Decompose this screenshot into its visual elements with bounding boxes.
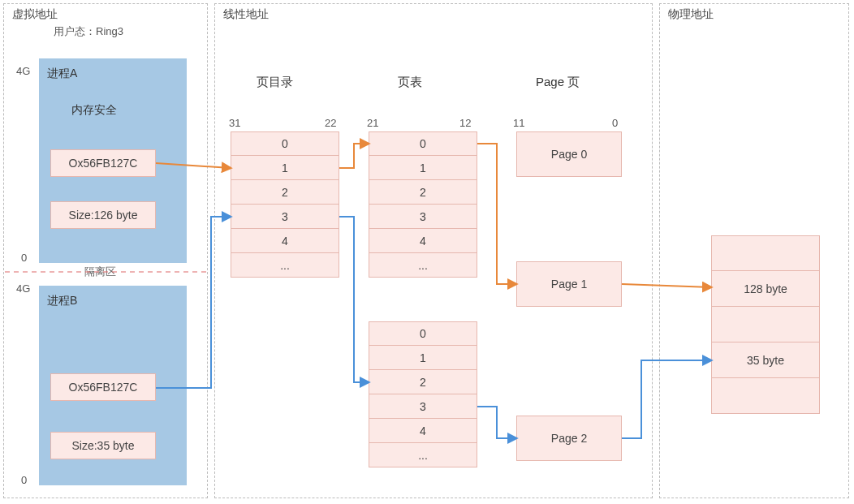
- page-dir-row: 2: [231, 180, 339, 205]
- section-linear-title: 线性地址: [223, 7, 269, 22]
- page-dir-row: 1: [231, 156, 339, 180]
- process-b-size: Size:35 byte: [50, 432, 156, 459]
- phys-row: [711, 307, 820, 342]
- table-row: 3: [369, 205, 477, 229]
- section-physical-title: 物理地址: [668, 7, 714, 22]
- page-dir-row: 3: [231, 205, 339, 229]
- phys-row: 35 byte: [711, 342, 820, 378]
- page-dir-bit-lo: 22: [325, 117, 336, 129]
- process-b-title: 进程B: [47, 294, 77, 308]
- phys-row: 128 byte: [711, 271, 820, 307]
- page-table1-stack: 0 1 2 3 4 ...: [369, 131, 477, 278]
- table-row: 0: [369, 131, 477, 156]
- table-row: 0: [369, 321, 477, 346]
- page-table2-stack: 0 1 2 3 4 ...: [369, 321, 477, 467]
- section-virtual-title: 虚拟地址: [12, 7, 58, 22]
- physical-stack: 128 byte 35 byte: [711, 235, 820, 414]
- process-b-addr: Ox56FB127C: [50, 373, 156, 401]
- page-table-title: 页表: [398, 75, 422, 90]
- page-table-bit-lo: 12: [459, 117, 471, 129]
- page-dir-row: ...: [231, 253, 339, 278]
- table-row: 4: [369, 229, 477, 253]
- procB-top-mark: 4G: [16, 282, 30, 295]
- process-a-box: 进程A 内存安全 Ox56FB127C Size:126 byte: [39, 58, 187, 263]
- user-mode-label: 用户态：Ring3: [54, 24, 123, 39]
- procB-bottom-mark: 0: [21, 474, 27, 486]
- page-0-box: Page 0: [516, 131, 622, 177]
- procA-top-mark: 4G: [16, 65, 30, 77]
- page-2-box: Page 2: [516, 416, 622, 461]
- phys-row: [711, 378, 820, 414]
- table-row: 2: [369, 370, 477, 394]
- process-a-title: 进程A: [47, 67, 77, 81]
- isolation-label: 隔离区: [81, 265, 119, 279]
- page-dir-row: 0: [231, 131, 339, 156]
- pages-bit-hi: 11: [513, 117, 524, 129]
- phys-row: [711, 235, 820, 271]
- page-dir-bit-hi: 31: [229, 117, 240, 129]
- table-row: 1: [369, 346, 477, 370]
- process-a-addr: Ox56FB127C: [50, 149, 156, 177]
- table-row: 1: [369, 156, 477, 180]
- table-row: 3: [369, 394, 477, 419]
- page-dir-stack: 0 1 2 3 4 ...: [231, 131, 339, 278]
- table-row: 2: [369, 180, 477, 205]
- procA-bottom-mark: 0: [21, 252, 27, 264]
- page-table-bit-hi: 21: [367, 117, 378, 129]
- pages-title: Page 页: [536, 75, 580, 90]
- table-row: ...: [369, 253, 477, 278]
- process-b-box: 进程B Ox56FB127C Size:35 byte: [39, 286, 187, 485]
- page-dir-title: 页目录: [257, 75, 293, 90]
- page-1-box: Page 1: [516, 261, 622, 307]
- table-row: ...: [369, 443, 477, 467]
- process-a-subtitle: 内存安全: [71, 103, 117, 118]
- table-row: 4: [369, 419, 477, 443]
- process-a-size: Size:126 byte: [50, 201, 156, 229]
- pages-bit-lo: 0: [612, 117, 618, 129]
- page-dir-row: 4: [231, 229, 339, 253]
